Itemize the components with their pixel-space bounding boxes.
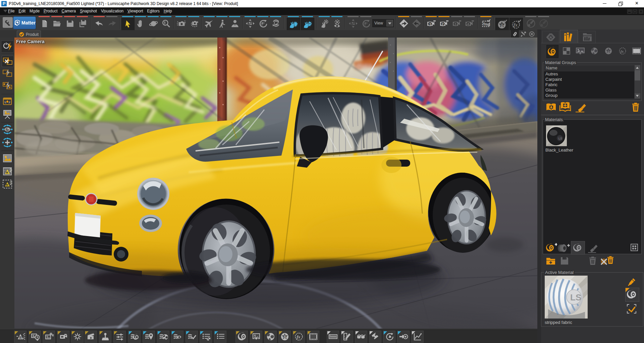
svg-text:3: 3 [454,22,457,26]
svg-text:LS: LS [570,292,581,302]
svg-text:A: A [283,335,286,339]
svg-text:R: R [19,336,22,340]
svg-text:A: A [607,50,610,53]
svg-text:2: 2 [442,22,444,26]
svg-text:R: R [6,183,8,187]
svg-text:4: 4 [467,22,470,26]
svg-text:1: 1 [429,22,431,26]
svg-text:fx: fx [297,334,300,339]
svg-text:Pakz: Pakz [356,62,372,71]
svg-text:R: R [6,171,8,174]
svg-text:fx: fx [621,49,624,53]
svg-text:LS: LS [558,137,562,140]
